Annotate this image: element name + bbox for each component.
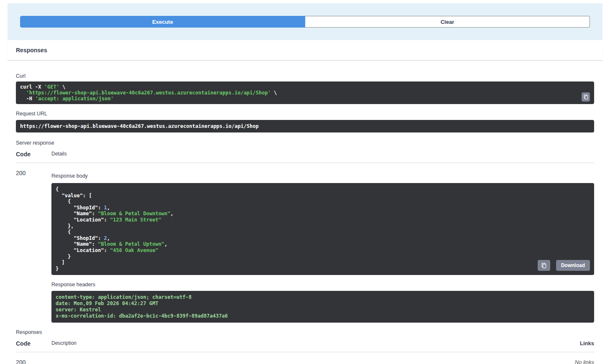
response-body-block[interactable]: { "value": [ { "ShopId": 1, "Name": "Blo… [51, 183, 594, 275]
responses-inner: Curl curl -X 'GET' \ 'https://flower-sho… [8, 61, 602, 364]
description-column-header: Description [51, 340, 540, 347]
curl-copy-button[interactable] [582, 92, 590, 102]
response-body-copy-button[interactable] [538, 260, 550, 271]
clipboard-icon [541, 262, 547, 269]
code-column-header: Code [16, 151, 51, 158]
curl-command-wrap: curl -X 'GET' \ 'https://flower-shop-api… [16, 81, 594, 104]
responses-title: Responses [16, 47, 47, 53]
responses-doc-title: Responses [16, 329, 594, 335]
curl-command-block[interactable]: curl -X 'GET' \ 'https://flower-shop-api… [16, 81, 594, 104]
request-url-value[interactable]: https://flower-shop-api.bluewave-40c6a26… [16, 120, 594, 132]
execute-wrapper: Execute Clear [8, 3, 602, 40]
response-body-label: Response body [51, 173, 594, 179]
swagger-page: Execute Clear Responses Curl curl -X 'GE… [0, 0, 610, 364]
clear-button[interactable]: Clear [305, 16, 590, 28]
doc-response-code: 200 [16, 359, 51, 364]
response-body-controls: Download [538, 260, 590, 271]
request-url-label: Request URL [16, 111, 594, 117]
responses-section-header: Responses [8, 40, 602, 61]
links-column-header: Links [540, 340, 594, 347]
curl-section: Curl curl -X 'GET' \ 'https://flower-sho… [16, 73, 594, 104]
server-response-section: Server response Code Details 200 Respons… [16, 140, 594, 323]
response-headers-block[interactable]: content-type: application/json; charset=… [51, 291, 594, 323]
doc-response-description-cell: OK [51, 359, 540, 364]
responses-doc-section: Responses Code Description Links 200 OK … [16, 329, 594, 364]
operation-block: Execute Clear Responses Curl curl -X 'GE… [8, 3, 602, 364]
clipboard-icon [583, 94, 589, 100]
execute-button[interactable]: Execute [20, 16, 305, 28]
code-column-header: Code [16, 340, 51, 347]
details-column-header: Details [51, 151, 594, 158]
server-response-label: Server response [16, 140, 594, 146]
request-url-section: Request URL https://flower-shop-api.blue… [16, 111, 594, 132]
doc-response-links: No links [540, 359, 594, 364]
doc-table-head: Code Description Links [16, 340, 594, 352]
live-response-row: 200 Response body { "value": [ { "ShopId… [16, 163, 594, 323]
curl-label: Curl [16, 73, 594, 79]
response-headers-label: Response headers [51, 282, 594, 288]
live-response-table-head: Code Details [16, 151, 594, 163]
response-status-code: 200 [16, 170, 51, 323]
response-body-wrap: { "value": [ { "ShopId": 1, "Name": "Blo… [51, 183, 594, 275]
response-details-cell: Response body { "value": [ { "ShopId": 1… [51, 170, 594, 323]
doc-response-row: 200 OK No links [16, 352, 594, 364]
download-button[interactable]: Download [556, 260, 590, 271]
